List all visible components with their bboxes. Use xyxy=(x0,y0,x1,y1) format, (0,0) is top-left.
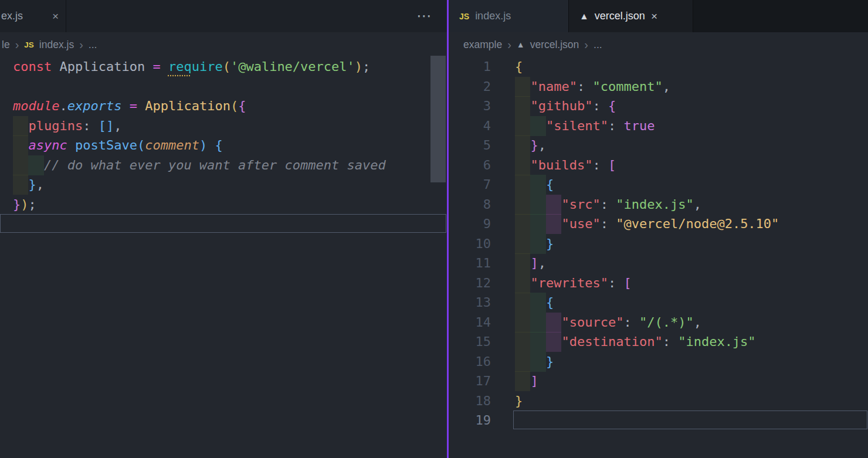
code-line[interactable]: module.exports = Application({ xyxy=(0,96,447,116)
indent-guide xyxy=(515,155,530,175)
code-line[interactable]: 9"use": "@vercel/node@2.5.10" xyxy=(449,214,868,234)
current-line-highlight xyxy=(0,214,446,233)
code-line[interactable]: 5}, xyxy=(449,135,868,155)
code-line[interactable]: const Application = require('@waline/ver… xyxy=(0,57,447,77)
code-line[interactable]: }); xyxy=(0,195,447,215)
code-token xyxy=(161,59,168,74)
code-token: ; xyxy=(362,59,370,74)
code-token: } xyxy=(530,138,538,152)
code-token: // do what ever you want after comment s… xyxy=(44,158,386,172)
code-token: , xyxy=(663,79,670,94)
breadcrumb: example › ▲ vercel.json › ... xyxy=(449,32,868,57)
code-line[interactable]: async postSave(comment) { xyxy=(0,135,447,155)
code-token: ( xyxy=(223,59,230,74)
indent-guide xyxy=(13,155,28,175)
chevron-right-icon: › xyxy=(15,38,19,52)
code-token: ) xyxy=(199,138,207,152)
code-line[interactable] xyxy=(0,214,447,234)
code-line[interactable]: 15"destination": "index.js" xyxy=(449,332,868,352)
code-line[interactable]: 7{ xyxy=(449,175,868,195)
code-token: : xyxy=(592,99,608,113)
code-token xyxy=(207,138,215,152)
code-line[interactable]: 13{ xyxy=(449,293,868,313)
code-line[interactable]: 6"builds": [ xyxy=(449,155,868,175)
code-line[interactable]: plugins: [], xyxy=(0,116,447,136)
code-token: Application xyxy=(145,99,230,113)
current-line-highlight xyxy=(513,410,867,429)
code-line[interactable]: 19 xyxy=(449,410,868,430)
code-line[interactable]: 4"silent": true xyxy=(449,116,868,136)
code-line[interactable]: 8"src": "index.js", xyxy=(449,195,868,215)
left-code-editor[interactable]: const Application = require('@waline/ver… xyxy=(0,57,447,458)
code-token: ) xyxy=(21,197,28,212)
line-number: 12 xyxy=(449,273,491,293)
indent-guide xyxy=(515,116,530,136)
code-token: ] xyxy=(530,374,538,388)
line-number: 16 xyxy=(449,352,491,372)
indent-guide xyxy=(515,253,530,273)
breadcrumb-item-symbol[interactable]: ... xyxy=(594,39,602,51)
code-token: : xyxy=(601,216,616,231)
code-token: { xyxy=(215,138,222,152)
more-actions-icon[interactable]: ⋯ xyxy=(416,0,432,32)
code-line[interactable]: }, xyxy=(0,175,447,195)
code-line[interactable]: 11], xyxy=(449,253,868,273)
code-line[interactable]: 17] xyxy=(449,371,868,391)
code-line[interactable]: 3"github": { xyxy=(449,96,868,116)
code-line[interactable]: // do what ever you want after comment s… xyxy=(0,155,447,175)
code-token xyxy=(67,138,75,152)
code-line[interactable] xyxy=(0,77,447,97)
tab-index-js[interactable]: JS index.js xyxy=(449,0,569,32)
indent-guide xyxy=(515,195,530,215)
breadcrumb-item-file[interactable]: vercel.json xyxy=(530,39,579,51)
vercel-icon: ▲ xyxy=(579,11,589,22)
breadcrumb-item-folder[interactable]: le xyxy=(2,39,10,51)
vertical-scrollbar[interactable] xyxy=(430,56,446,182)
code-line[interactable]: 12"rewrites": [ xyxy=(449,273,868,293)
code-token: "use" xyxy=(561,216,600,231)
code-token: , xyxy=(694,197,701,212)
right-code-editor[interactable]: 1{2"name": "comment",3"github": {4"silen… xyxy=(449,57,868,458)
code-line[interactable]: 10} xyxy=(449,234,868,254)
right-editor-group: JS index.js ▲ vercel.json × example › ▲ … xyxy=(449,0,868,458)
code-token: , xyxy=(36,177,44,192)
editor-group-divider[interactable] xyxy=(447,0,449,458)
code-token: module xyxy=(13,99,59,113)
code-line[interactable]: 1{ xyxy=(449,57,868,77)
code-token: } xyxy=(546,236,554,251)
line-number: 7 xyxy=(449,175,491,195)
tab-vercel-json[interactable]: ▲ vercel.json × xyxy=(569,0,693,32)
left-editor-group: ex.js × ⋯ le › JS index.js › ... const A… xyxy=(0,0,447,458)
code-line[interactable]: 18} xyxy=(449,391,868,411)
indent-guide xyxy=(546,214,561,234)
breadcrumb-item-file[interactable]: index.js xyxy=(39,39,74,51)
code-token: { xyxy=(546,177,554,192)
code-line[interactable]: 16} xyxy=(449,352,868,372)
line-number: 4 xyxy=(449,116,491,136)
editor-window: ex.js × ⋯ le › JS index.js › ... const A… xyxy=(0,0,868,458)
code-line[interactable]: 2"name": "comment", xyxy=(449,77,868,97)
breadcrumb-item-symbol[interactable]: ... xyxy=(89,39,97,51)
code-token: . xyxy=(59,99,67,113)
close-icon[interactable]: × xyxy=(52,11,59,22)
indent-guide xyxy=(515,234,530,254)
indent-guide xyxy=(515,135,530,155)
close-icon[interactable]: × xyxy=(651,11,657,22)
code-token: , xyxy=(538,256,546,270)
breadcrumb-item-folder[interactable]: example xyxy=(463,39,502,51)
code-token: ( xyxy=(137,138,145,152)
tab-index-js-left[interactable]: ex.js × xyxy=(0,0,66,32)
code-token: : xyxy=(592,158,608,172)
code-line[interactable]: 14"source": "/(.*)", xyxy=(449,313,868,333)
code-token: : xyxy=(83,118,99,133)
code-token: "destination" xyxy=(561,334,662,349)
indent-guide xyxy=(530,116,545,136)
indent-guide xyxy=(530,313,545,333)
line-number: 11 xyxy=(449,253,491,273)
indent-guide xyxy=(515,313,530,333)
code-token: ) xyxy=(355,59,362,74)
indent-guide xyxy=(13,116,28,136)
chevron-right-icon: › xyxy=(584,38,588,52)
code-token: { xyxy=(238,99,246,113)
line-number: 1 xyxy=(449,57,491,77)
